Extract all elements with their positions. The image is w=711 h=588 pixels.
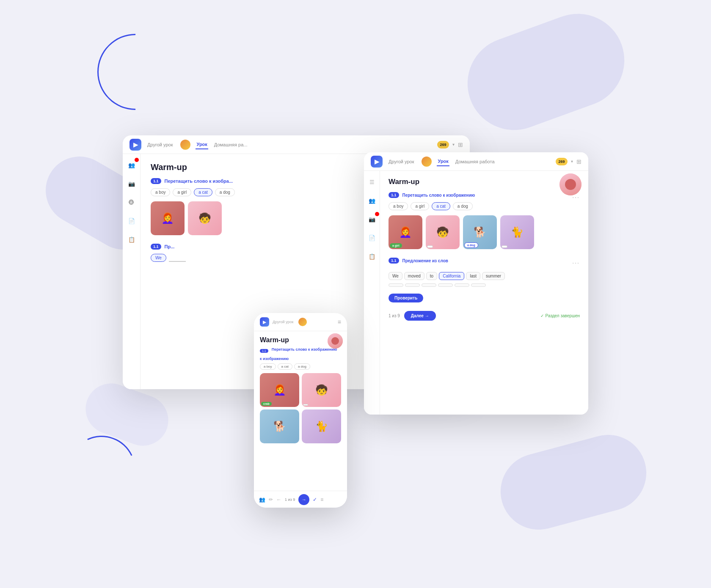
blank-5[interactable] — [455, 283, 469, 287]
mobile-img-dog: 🐕 — [260, 409, 299, 443]
tablet-sentence-words: We moved to California last summer — [389, 272, 580, 280]
sent-word-last[interactable]: last — [466, 272, 480, 280]
tablet-exercise-1: 1.1 Перетащить слово к изображению ··· a… — [389, 192, 580, 249]
mobile-ex-badge: 1.1 — [260, 349, 268, 353]
mobile-icon-edit[interactable]: ✏ — [269, 497, 273, 503]
tablet-ex1-badge: 1.1 — [389, 192, 399, 198]
blank-2[interactable] — [405, 283, 420, 287]
mobile-label-boy-empty — [303, 404, 308, 406]
mobile-img-girl: 👩‍🦰 crab — [260, 373, 299, 407]
mobile-icon-people[interactable]: 👥 — [259, 497, 265, 503]
mobile-word-row: a boy a cat a dog — [260, 363, 341, 370]
tablet-expand-icon[interactable]: ▾ — [571, 159, 573, 164]
menu-icon: ☰ — [369, 179, 375, 185]
word-chip-cat[interactable]: a cat — [194, 188, 212, 196]
mobile-chip-cat[interactable]: a cat — [278, 363, 292, 370]
tablet-done-label: Раздел завершен — [546, 313, 580, 318]
tablet-word-chips: a boy a girl a cat a dog — [389, 202, 580, 210]
sent-word-we[interactable]: We — [389, 272, 402, 280]
mobile-img-boy: 🧒 — [302, 373, 341, 407]
tablet-exercise-2: 1.1 Предложение из слов ··· We moved to … — [389, 258, 580, 302]
desktop-tab-lesson[interactable]: Урок — [196, 140, 208, 149]
sidebar-icon-text[interactable]: 🅐 — [126, 196, 138, 208]
desktop-ex1-badge: 1.1 — [151, 178, 161, 184]
blank-6[interactable] — [471, 283, 486, 287]
mobile-page-info: 1 из 9 — [285, 497, 295, 502]
sidebar-icon-doc[interactable]: 📄 — [126, 215, 138, 227]
desktop-ex1-instruction: Перетащить слово к изобра... — [165, 179, 233, 184]
tablet-label-boy-empty — [427, 245, 433, 248]
blank-4[interactable] — [438, 283, 453, 287]
mobile-nav-other[interactable]: Другой урок — [273, 320, 293, 324]
tablet-sidebar-people[interactable]: 👥 — [366, 195, 378, 206]
tablet-ex2-badge: 1.1 — [389, 258, 399, 264]
tablet-ex1-label: 1.1 Перетащить слово к изображению — [389, 192, 475, 198]
tablet-chip-girl[interactable]: a girl — [411, 202, 429, 210]
word-chip-boy[interactable]: a boy — [151, 188, 170, 196]
check-button[interactable]: Проверить — [389, 294, 423, 302]
tablet-sentence-blanks — [389, 283, 580, 287]
tablet-tab-lesson[interactable]: Урок — [437, 157, 449, 166]
desktop-fullscreen-icon[interactable]: ⊞ — [458, 141, 463, 148]
sent-word-summer[interactable]: summer — [482, 272, 505, 280]
scene: ▶ Другой урок Урок Домашняя ра... 269 ▾ … — [123, 135, 588, 474]
tablet-screen: ▶ Другой урок Урок Домашняя работа 269 ▾… — [364, 152, 588, 415]
check-icon: ✓ — [540, 313, 544, 318]
word-chip-girl[interactable]: a girl — [173, 188, 191, 196]
mobile-ex-label: 1.1 Перетащить слово к изображению — [260, 347, 341, 354]
mobile-menu-icon[interactable]: ≡ — [320, 497, 323, 503]
mobile-ex-instruction: Перетащить слово к изображению — [272, 347, 337, 352]
mobile-chip-dog[interactable]: a dog — [294, 363, 310, 370]
mobile-icon-back[interactable]: ← — [276, 497, 281, 503]
tablet-section-done: ✓ Раздел завершен — [540, 313, 580, 318]
blank-slot[interactable] — [169, 254, 186, 262]
desktop-tab-homework[interactable]: Домашняя ра... — [213, 140, 248, 149]
tablet-next-btn[interactable]: Далее → — [404, 311, 436, 321]
tablet-label-dog: a dog — [464, 242, 478, 248]
doc-icon-tablet: 📄 — [369, 235, 375, 241]
blank-1[interactable] — [389, 283, 403, 287]
desktop-app-bar: ▶ Другой урок Урок Домашняя ра... 269 ▾ … — [123, 135, 470, 154]
tablet-tab-homework[interactable]: Домашняя работа — [455, 157, 496, 166]
tablet-sidebar-doc2[interactable]: 📋 — [366, 250, 378, 262]
mobile-app-bar: ▶ Другой урок ≡ — [254, 313, 347, 331]
tablet-ex2-instruction: Предложение из слов — [402, 258, 448, 263]
desktop-expand-icon[interactable]: ▾ — [452, 142, 455, 147]
tablet-main-content: Warm-up 1.1 Перетащить слово к изображен… — [380, 171, 588, 415]
desktop-tab-other[interactable]: Другой урок — [146, 140, 174, 149]
list-icon: 📋 — [128, 236, 135, 243]
word-chip-dog[interactable]: a dog — [215, 188, 235, 196]
tablet-fullscreen-icon[interactable]: ⊞ — [576, 158, 581, 165]
mobile-screen: ▶ Другой урок ≡ Warm-up 1.1 Перетащить с… — [254, 313, 347, 508]
tablet-ex1-instruction: Перетащить слово к изображению — [402, 193, 475, 198]
mobile-check-icon[interactable]: ✓ — [313, 497, 317, 503]
blank-3[interactable] — [422, 283, 436, 287]
tablet-img-cat: 🐈 — [500, 215, 534, 249]
mobile-chip-boy[interactable]: a boy — [260, 363, 276, 370]
tablet-tab-other[interactable]: Другой урок — [388, 157, 415, 166]
tablet-sidebar-photo[interactable]: 📷 — [366, 213, 378, 225]
we-chip[interactable]: We — [151, 254, 166, 262]
sidebar-icon-photo[interactable]: 📷 — [126, 178, 138, 190]
tablet-cat-placeholder: 🐈 — [500, 215, 534, 249]
doc-icon: 📄 — [128, 218, 135, 224]
sidebar-icon-list[interactable]: 📋 — [126, 234, 138, 245]
tablet-sidebar-doc[interactable]: 📄 — [366, 232, 378, 244]
desktop-ex2-instruction: Пр... — [165, 244, 175, 249]
tablet-chip-dog[interactable]: a dog — [453, 202, 473, 210]
sent-word-to[interactable]: to — [426, 272, 437, 280]
tablet-chip-cat[interactable]: a cat — [432, 202, 450, 210]
sidebar-badge — [135, 158, 139, 162]
tablet-sidebar-menu[interactable]: ☰ — [366, 176, 378, 188]
tablet-avatar — [559, 173, 581, 195]
dots-menu-ex2[interactable]: ··· — [572, 259, 580, 266]
sidebar-icon-people[interactable]: 👥 — [126, 159, 138, 171]
mobile-main: Warm-up 1.1 Перетащить слово к изображен… — [254, 331, 347, 452]
desktop-img-girl: 👩‍🦰 — [151, 201, 185, 235]
sent-word-moved[interactable]: moved — [404, 272, 424, 280]
mobile-hamburger[interactable]: ≡ — [338, 319, 341, 325]
sent-word-california[interactable]: California — [439, 272, 464, 280]
mobile-next-btn[interactable]: → — [298, 494, 309, 505]
tablet-chip-boy[interactable]: a boy — [389, 202, 408, 210]
tablet-page-info: 1 из 9 — [389, 313, 400, 318]
